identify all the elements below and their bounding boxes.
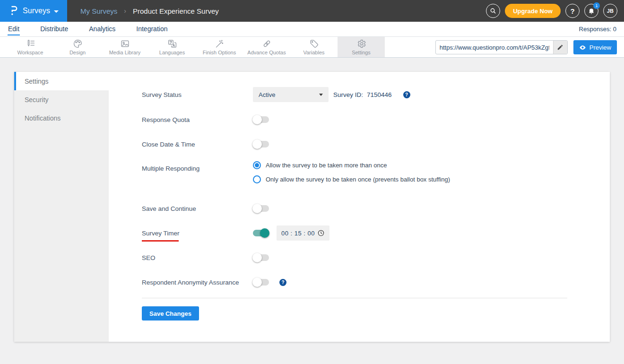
upgrade-now-button[interactable]: Upgrade Now [505, 4, 561, 18]
close-date-label: Close Date & Time [142, 141, 253, 148]
seo-label: SEO [142, 254, 253, 261]
questionpro-logo-icon [9, 6, 19, 16]
product-menu-label: Surveys [23, 7, 50, 15]
pencil-icon [557, 44, 563, 51]
eye-icon [579, 44, 586, 51]
toolbar-item-advance-quotas[interactable]: Advance Quotas [243, 37, 290, 57]
product-menu[interactable]: Surveys [0, 0, 67, 22]
sidebar-item-settings[interactable]: Settings [14, 72, 109, 90]
seo-toggle[interactable] [253, 254, 269, 261]
toolbar-item-languages[interactable]: Languages [148, 37, 196, 57]
preview-button[interactable]: Preview [573, 40, 617, 54]
survey-id-label: Survey ID: [333, 91, 363, 98]
toolbar-item-label: Advance Quotas [247, 50, 286, 55]
breadcrumb: My Surveys › Product Experience Survey [80, 7, 219, 15]
survey-status-row: Survey Status Active Survey ID: 7150446 … [142, 87, 591, 102]
survey-timer-label: Survey Timer [142, 230, 253, 237]
survey-timer-toggle[interactable] [253, 230, 269, 236]
radio-option-label: Allow the survey to be taken more than o… [266, 162, 387, 169]
settings-form: Survey Status Active Survey ID: 7150446 … [109, 72, 610, 342]
radio-option-only-once[interactable]: Only allow the survey to be taken once (… [253, 175, 450, 183]
toolbar-item-finish-options[interactable]: Finish Options [196, 37, 243, 57]
sidebar-item-label: Settings [25, 78, 49, 85]
close-date-toggle[interactable] [253, 141, 269, 147]
toggle-knob [260, 228, 269, 238]
avatar[interactable]: JB [603, 4, 617, 18]
settings-sidebar: Settings Security Notifications [14, 72, 109, 342]
respondent-anonymity-row: Respondent Anonymity Assurance ? [142, 275, 591, 290]
chevron-down-icon [54, 10, 59, 13]
toolbar-item-label: Media Library [109, 50, 141, 55]
toolbar-item-label: Variables [303, 50, 324, 55]
notification-badge: 1 [593, 2, 600, 9]
preview-button-label: Preview [589, 44, 611, 51]
response-quota-label: Response Quota [142, 116, 253, 123]
advance-quotas-icon [262, 39, 272, 49]
finish-options-icon [215, 39, 225, 49]
toolbar-item-label: Languages [159, 50, 185, 55]
respondent-anonymity-help-icon[interactable]: ? [279, 279, 286, 286]
notifications-button[interactable]: 1 [584, 4, 598, 18]
multiple-responding-row: Multiple Responding Allow the survey to … [142, 161, 591, 191]
radio-dot [255, 163, 259, 167]
toolbar-item-variables[interactable]: Variables [290, 37, 338, 57]
radio-button[interactable] [253, 161, 261, 169]
seo-row: SEO [142, 250, 591, 265]
toolbar-item-workspace[interactable]: Workspace [7, 37, 54, 57]
survey-nav-tabs: Edit Distribute Analytics Integration Re… [0, 22, 624, 37]
tab-edit[interactable]: Edit [8, 23, 20, 35]
save-and-continue-row: Save and Continue [142, 201, 591, 216]
top-header: Surveys My Surveys › Product Experience … [0, 0, 624, 22]
breadcrumb-parent[interactable]: My Surveys [80, 7, 117, 15]
tab-distribute[interactable]: Distribute [40, 23, 69, 35]
clock-icon [317, 229, 325, 237]
sidebar-item-notifications[interactable]: Notifications [14, 109, 109, 127]
save-and-continue-toggle[interactable] [253, 205, 269, 212]
response-quota-toggle[interactable] [253, 116, 269, 123]
save-changes-button[interactable]: Save Changes [142, 306, 199, 321]
toggle-knob [252, 115, 262, 124]
survey-url-box [435, 40, 568, 54]
survey-status-dropdown[interactable]: Active [253, 87, 329, 102]
radio-dot [255, 177, 259, 182]
sidebar-item-security[interactable]: Security [14, 90, 109, 109]
toggle-knob [252, 204, 262, 213]
survey-timer-row: Survey Timer 00 : 15 : 00 [142, 225, 591, 241]
toggle-knob [252, 139, 262, 149]
toggle-knob [252, 277, 262, 287]
breadcrumb-separator-icon: › [124, 7, 126, 15]
toolbar-item-media-library[interactable]: Media Library [101, 37, 148, 57]
survey-timer-duration-field[interactable]: 00 : 15 : 00 [277, 225, 329, 241]
toolbar-item-label: Finish Options [203, 50, 236, 55]
design-icon [73, 39, 83, 49]
search-button[interactable] [486, 4, 500, 18]
toolbar-item-design[interactable]: Design [54, 37, 101, 57]
respondent-anonymity-toggle[interactable] [253, 279, 269, 286]
responses-count: Responses: 0 [579, 26, 617, 33]
variables-icon [309, 39, 319, 49]
settings-icon [356, 39, 366, 49]
toggle-knob [252, 253, 262, 262]
radio-option-allow-multiple[interactable]: Allow the survey to be taken more than o… [253, 161, 450, 169]
toolbar-item-settings[interactable]: Settings [338, 37, 385, 57]
toolbar-item-label: Design [69, 50, 86, 55]
radio-button[interactable] [253, 175, 261, 183]
multiple-responding-options: Allow the survey to be taken more than o… [253, 161, 450, 183]
search-icon [489, 7, 497, 15]
toolbar-item-label: Settings [352, 50, 371, 55]
survey-id-help-icon[interactable]: ? [403, 91, 410, 98]
survey-id-value: 7150446 [367, 91, 392, 98]
respondent-anonymity-label: Respondent Anonymity Assurance [142, 279, 253, 286]
toolbar-right-actions: Preview [435, 40, 617, 54]
tab-analytics[interactable]: Analytics [88, 23, 116, 35]
radio-option-label: Only allow the survey to be taken once (… [266, 176, 450, 183]
survey-status-value: Active [259, 91, 275, 98]
survey-url-input[interactable] [436, 44, 553, 51]
survey-status-label: Survey Status [142, 91, 253, 98]
multiple-responding-label: Multiple Responding [142, 165, 253, 172]
red-annotation-underline [142, 240, 179, 242]
edit-url-button[interactable] [553, 41, 567, 54]
close-date-row: Close Date & Time [142, 137, 591, 152]
tab-integration[interactable]: Integration [136, 23, 168, 35]
help-button[interactable]: ? [565, 4, 580, 18]
